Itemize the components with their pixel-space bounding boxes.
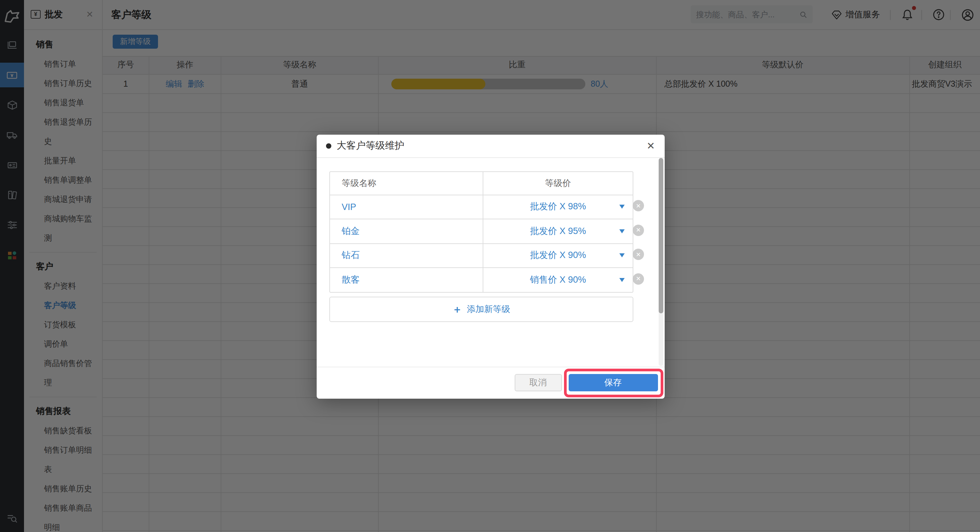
- scrollbar-thumb[interactable]: [659, 158, 663, 313]
- col-level-price: 等级价: [483, 172, 633, 194]
- col-level-name: 等级名称: [330, 172, 483, 194]
- level-table: 等级名称 等级价 VIP 批发价 X 98% 铂金 批发价 X 95% 钻石: [329, 171, 633, 292]
- level-price-select[interactable]: 批发价 X 90%: [483, 244, 633, 268]
- level-price-select[interactable]: 批发价 X 98%: [483, 195, 633, 219]
- app-window: ¥ 批发 ✕ 销售 销售订单 销售订单历史 销售退货单 销售退货单历史 批量开单…: [0, 0, 980, 532]
- level-price-select[interactable]: 销售价 X 90%: [483, 268, 633, 291]
- plus-icon: ＋: [452, 303, 462, 316]
- remove-level-icon[interactable]: ✕: [633, 225, 644, 236]
- level-name-input[interactable]: 散客: [342, 274, 360, 286]
- level-name-input[interactable]: 钻石: [342, 250, 360, 262]
- remove-level-icon[interactable]: ✕: [633, 273, 644, 284]
- level-row: VIP 批发价 X 98%: [330, 194, 633, 219]
- dialog-header: 大客户等级维护 ✕: [317, 135, 664, 158]
- add-new-level-button[interactable]: ＋ 添加新等级: [329, 297, 633, 322]
- dialog-title: 大客户等级维护: [337, 140, 647, 152]
- level-maintenance-dialog: 大客户等级维护 ✕ 等级名称 等级价 VIP 批发价 X 98% 铂金 批发价 …: [317, 135, 664, 399]
- save-button[interactable]: 保存: [568, 374, 658, 391]
- dialog-close-icon[interactable]: ✕: [647, 140, 655, 152]
- level-name-input[interactable]: 铂金: [342, 225, 360, 237]
- level-price-select[interactable]: 批发价 X 95%: [483, 219, 633, 243]
- remove-level-icon[interactable]: ✕: [633, 248, 644, 260]
- remove-level-icon[interactable]: ✕: [633, 200, 644, 211]
- chevron-down-icon: [619, 205, 625, 209]
- dialog-footer: 取消 保存: [317, 367, 664, 399]
- level-table-header: 等级名称 等级价: [330, 172, 633, 194]
- level-row: 散客 销售价 X 90%: [330, 268, 633, 291]
- level-row: 铂金 批发价 X 95%: [330, 219, 633, 243]
- dialog-scrollbar[interactable]: [659, 158, 663, 366]
- dialog-bullet-icon: [326, 143, 331, 149]
- cancel-button[interactable]: 取消: [514, 374, 562, 391]
- chevron-down-icon: [619, 278, 625, 282]
- level-name-input[interactable]: VIP: [342, 202, 356, 212]
- level-row: 钻石 批发价 X 90%: [330, 243, 633, 268]
- chevron-down-icon: [619, 254, 625, 258]
- chevron-down-icon: [619, 229, 625, 233]
